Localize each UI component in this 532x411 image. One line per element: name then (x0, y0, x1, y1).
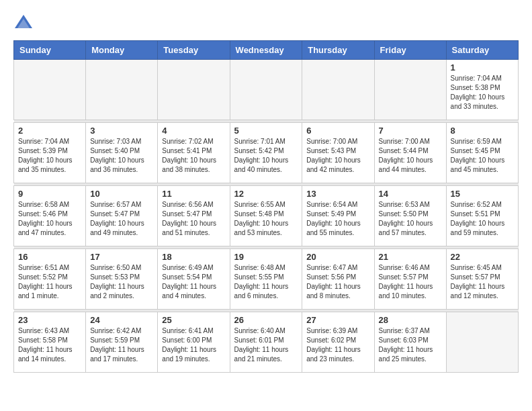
day-cell-2: 2Sunrise: 7:04 AMSunset: 5:39 PMDaylight… (14, 123, 86, 183)
day-number: 20 (306, 252, 369, 262)
weekday-header-wednesday: Wednesday (230, 41, 302, 60)
day-info: Sunrise: 6:39 AMSunset: 6:02 PMDaylight:… (306, 326, 369, 364)
day-cell-12: 12Sunrise: 6:55 AMSunset: 5:48 PMDayligh… (230, 186, 302, 246)
day-cell-16: 16Sunrise: 6:51 AMSunset: 5:52 PMDayligh… (14, 249, 86, 310)
day-number: 7 (379, 126, 442, 136)
day-cell-3: 3Sunrise: 7:03 AMSunset: 5:40 PMDaylight… (86, 123, 158, 183)
day-cell-14: 14Sunrise: 6:53 AMSunset: 5:50 PMDayligh… (374, 186, 446, 246)
day-cell-8: 8Sunrise: 6:59 AMSunset: 5:45 PMDaylight… (446, 123, 518, 183)
week-row-2: 2Sunrise: 7:04 AMSunset: 5:39 PMDaylight… (14, 123, 519, 183)
day-info: Sunrise: 7:00 AMSunset: 5:44 PMDaylight:… (379, 137, 442, 175)
day-number: 24 (90, 315, 153, 325)
day-cell-empty-1 (86, 60, 158, 120)
day-cell-19: 19Sunrise: 6:48 AMSunset: 5:55 PMDayligh… (230, 249, 302, 310)
day-info: Sunrise: 7:04 AMSunset: 5:39 PMDaylight:… (18, 137, 81, 175)
day-number: 19 (234, 252, 298, 262)
day-number: 3 (90, 126, 153, 136)
day-cell-empty-2 (158, 60, 230, 120)
weekday-header-monday: Monday (86, 41, 158, 60)
day-number: 11 (162, 189, 225, 199)
day-info: Sunrise: 7:04 AMSunset: 5:38 PMDaylight:… (451, 74, 514, 111)
day-info: Sunrise: 6:57 AMSunset: 5:47 PMDaylight:… (90, 200, 153, 238)
weekday-header-row: SundayMondayTuesdayWednesdayThursdayFrid… (14, 41, 519, 60)
day-number: 9 (18, 189, 81, 199)
day-number: 17 (90, 252, 153, 262)
day-cell-20: 20Sunrise: 6:47 AMSunset: 5:56 PMDayligh… (302, 249, 374, 310)
day-info: Sunrise: 7:01 AMSunset: 5:42 PMDaylight:… (234, 137, 298, 175)
day-number: 22 (451, 252, 514, 262)
day-info: Sunrise: 6:49 AMSunset: 5:54 PMDaylight:… (162, 263, 225, 301)
day-cell-empty-3 (230, 60, 302, 120)
day-number: 21 (379, 252, 442, 262)
day-cell-empty-5 (374, 60, 446, 120)
weekday-header-tuesday: Tuesday (158, 41, 230, 60)
week-row-1: 1Sunrise: 7:04 AMSunset: 5:38 PMDaylight… (14, 60, 519, 120)
day-info: Sunrise: 6:48 AMSunset: 5:55 PMDaylight:… (234, 263, 298, 301)
day-cell-9: 9Sunrise: 6:58 AMSunset: 5:46 PMDaylight… (14, 186, 86, 246)
day-number: 14 (379, 189, 442, 199)
logo (13, 13, 36, 34)
day-cell-empty-4 (302, 60, 374, 120)
day-number: 16 (18, 252, 81, 262)
weekday-header-friday: Friday (374, 41, 446, 60)
day-number: 23 (18, 315, 81, 325)
day-cell-26: 26Sunrise: 6:40 AMSunset: 6:01 PMDayligh… (230, 312, 302, 373)
day-number: 10 (90, 189, 153, 199)
day-info: Sunrise: 6:41 AMSunset: 6:00 PMDaylight:… (162, 326, 225, 364)
weekday-header-saturday: Saturday (446, 41, 518, 60)
day-cell-11: 11Sunrise: 6:56 AMSunset: 5:47 PMDayligh… (158, 186, 230, 246)
day-cell-18: 18Sunrise: 6:49 AMSunset: 5:54 PMDayligh… (158, 249, 230, 310)
day-info: Sunrise: 6:52 AMSunset: 5:51 PMDaylight:… (451, 200, 514, 238)
day-number: 13 (306, 189, 369, 199)
day-number: 15 (451, 189, 514, 199)
day-cell-13: 13Sunrise: 6:54 AMSunset: 5:49 PMDayligh… (302, 186, 374, 246)
week-row-5: 23Sunrise: 6:43 AMSunset: 5:58 PMDayligh… (14, 312, 519, 373)
day-info: Sunrise: 6:54 AMSunset: 5:49 PMDaylight:… (306, 200, 369, 238)
day-info: Sunrise: 6:51 AMSunset: 5:52 PMDaylight:… (18, 263, 81, 301)
day-info: Sunrise: 6:37 AMSunset: 6:03 PMDaylight:… (379, 326, 442, 364)
day-cell-4: 4Sunrise: 7:02 AMSunset: 5:41 PMDaylight… (158, 123, 230, 183)
day-info: Sunrise: 6:45 AMSunset: 5:57 PMDaylight:… (451, 263, 514, 301)
day-cell-27: 27Sunrise: 6:39 AMSunset: 6:02 PMDayligh… (302, 312, 374, 373)
day-cell-15: 15Sunrise: 6:52 AMSunset: 5:51 PMDayligh… (446, 186, 518, 246)
day-number: 5 (234, 126, 298, 136)
day-number: 25 (162, 315, 225, 325)
day-info: Sunrise: 6:55 AMSunset: 5:48 PMDaylight:… (234, 200, 298, 238)
day-cell-22: 22Sunrise: 6:45 AMSunset: 5:57 PMDayligh… (446, 249, 518, 310)
logo-icon (13, 13, 34, 34)
day-cell-empty-0 (14, 60, 86, 120)
day-info: Sunrise: 7:00 AMSunset: 5:43 PMDaylight:… (306, 137, 369, 175)
day-number: 1 (451, 62, 514, 73)
day-info: Sunrise: 6:42 AMSunset: 5:59 PMDaylight:… (90, 326, 153, 364)
day-cell-10: 10Sunrise: 6:57 AMSunset: 5:47 PMDayligh… (86, 186, 158, 246)
day-number: 6 (306, 126, 369, 136)
day-number: 28 (379, 315, 442, 325)
day-number: 2 (18, 126, 81, 136)
day-info: Sunrise: 6:53 AMSunset: 5:50 PMDaylight:… (379, 200, 442, 238)
day-info: Sunrise: 6:59 AMSunset: 5:45 PMDaylight:… (451, 137, 514, 175)
day-cell-7: 7Sunrise: 7:00 AMSunset: 5:44 PMDaylight… (374, 123, 446, 183)
day-cell-23: 23Sunrise: 6:43 AMSunset: 5:58 PMDayligh… (14, 312, 86, 373)
page-header (13, 13, 519, 34)
day-cell-5: 5Sunrise: 7:01 AMSunset: 5:42 PMDaylight… (230, 123, 302, 183)
day-number: 27 (306, 315, 369, 325)
day-number: 12 (234, 189, 298, 199)
day-info: Sunrise: 6:40 AMSunset: 6:01 PMDaylight:… (234, 326, 298, 364)
day-cell-24: 24Sunrise: 6:42 AMSunset: 5:59 PMDayligh… (86, 312, 158, 373)
day-cell-21: 21Sunrise: 6:46 AMSunset: 5:57 PMDayligh… (374, 249, 446, 310)
calendar: SundayMondayTuesdayWednesdayThursdayFrid… (13, 40, 519, 373)
day-cell-6: 6Sunrise: 7:00 AMSunset: 5:43 PMDaylight… (302, 123, 374, 183)
day-number: 26 (234, 315, 298, 325)
day-info: Sunrise: 7:03 AMSunset: 5:40 PMDaylight:… (90, 137, 153, 175)
week-row-3: 9Sunrise: 6:58 AMSunset: 5:46 PMDaylight… (14, 186, 519, 246)
calendar-body: 1Sunrise: 7:04 AMSunset: 5:38 PMDaylight… (14, 60, 519, 373)
day-cell-17: 17Sunrise: 6:50 AMSunset: 5:53 PMDayligh… (86, 249, 158, 310)
day-info: Sunrise: 7:02 AMSunset: 5:41 PMDaylight:… (162, 137, 225, 175)
day-info: Sunrise: 6:56 AMSunset: 5:47 PMDaylight:… (162, 200, 225, 238)
day-number: 18 (162, 252, 225, 262)
day-info: Sunrise: 6:46 AMSunset: 5:57 PMDaylight:… (379, 263, 442, 301)
day-info: Sunrise: 6:43 AMSunset: 5:58 PMDaylight:… (18, 326, 81, 364)
weekday-header-sunday: Sunday (14, 41, 86, 60)
day-info: Sunrise: 6:47 AMSunset: 5:56 PMDaylight:… (306, 263, 369, 301)
day-number: 8 (451, 126, 514, 136)
